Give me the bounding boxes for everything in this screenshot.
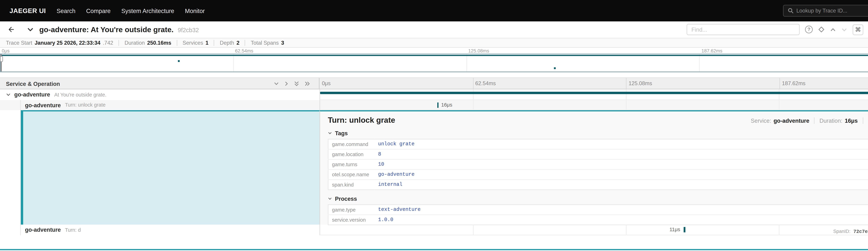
minimap-tick: 62.54ms xyxy=(235,48,253,54)
back-button[interactable] xyxy=(7,26,15,33)
keyboard-shortcuts-button[interactable]: ⌘ xyxy=(852,24,863,35)
diamond-icon[interactable] xyxy=(818,26,825,33)
span-name-cell[interactable]: go-adventure At You're outside grate. xyxy=(0,89,319,100)
tag-row[interactable]: game.turns10 xyxy=(328,159,868,169)
trace-lookup-box xyxy=(783,5,868,17)
service-name: go-adventure xyxy=(25,102,61,108)
timeline-spacer xyxy=(0,235,868,249)
trace-summary-bar: Trace Start January 25 2026, 22:33:34 .7… xyxy=(0,38,868,48)
nav-item-search[interactable]: Search xyxy=(57,7,75,14)
span-track[interactable] xyxy=(319,89,868,100)
bottom-accent-line xyxy=(0,249,868,250)
span-name-cell[interactable]: go-adventure Turn: d xyxy=(0,225,319,235)
operation-name: At You're outside grate. xyxy=(54,92,106,97)
operation-name: Turn: unlock grate xyxy=(65,102,105,108)
collapse-one-chevron-down-icon[interactable] xyxy=(274,81,279,86)
span-color-strip xyxy=(21,110,23,225)
service-operation-header: Service & Operation xyxy=(6,80,60,87)
depth-summary: Depth 2 xyxy=(214,40,245,46)
span-bar[interactable] xyxy=(437,102,438,108)
span-row-root[interactable]: go-adventure At You're outside grate. xyxy=(0,89,868,100)
span-detail-row: Turn: unlock grate Service: go-adventure… xyxy=(0,110,868,225)
span-detail-title: Turn: unlock grate xyxy=(328,116,395,124)
chevron-down-icon xyxy=(328,197,332,201)
service-name: go-adventure xyxy=(14,91,50,98)
minimap-tick: 125.08ms xyxy=(468,48,489,54)
span-track[interactable]: 11μs xyxy=(319,225,868,235)
main-nav: Search Compare System Architecture Monit… xyxy=(57,7,205,14)
tag-row[interactable]: span.kindinternal xyxy=(328,179,868,190)
scrubber-left-grip[interactable] xyxy=(0,56,3,62)
trace-page-header: go-adventure: At You're outside grate.9f… xyxy=(0,21,868,38)
timeline-body: go-adventure At You're outside grate. go… xyxy=(0,89,868,250)
trace-minimap: 0μs 62.54ms 125.08ms 187.62ms 250.16ms xyxy=(0,48,868,73)
trace-start-summary: Trace Start January 25 2026, 22:33:34 .7… xyxy=(6,40,119,46)
expand-one-chevron-right-icon[interactable] xyxy=(284,81,289,86)
next-match-chevron-down-icon[interactable] xyxy=(841,27,847,32)
duration-summary: Duration 250.16ms xyxy=(119,40,177,46)
app-brand[interactable]: JAEGER UI xyxy=(9,7,46,14)
ruler-tick: 187.62ms xyxy=(782,81,805,86)
scrubber-left-handle[interactable] xyxy=(1,54,1,72)
process-row[interactable]: game.typetext-adventure xyxy=(328,204,868,215)
ruler-tick: 62.54ms xyxy=(475,81,496,86)
span-row-unlock-grate[interactable]: go-adventure Turn: unlock grate 16μs xyxy=(0,100,868,110)
nav-item-system-architecture[interactable]: System Architecture xyxy=(121,7,174,14)
timeline-header-left: Service & Operation xyxy=(0,78,319,89)
operation-name: Turn: d xyxy=(65,227,81,233)
nav-item-monitor[interactable]: Monitor xyxy=(185,7,205,14)
total-spans-summary: Total Spans 3 xyxy=(245,40,289,46)
span-name-cell[interactable]: go-adventure Turn: unlock grate xyxy=(0,100,319,110)
tags-table: game.commandunlock grate game.location8 … xyxy=(328,139,868,190)
help-icon[interactable]: ? xyxy=(805,26,813,33)
span-duration-label: 11μs xyxy=(670,226,680,232)
chevron-down-icon xyxy=(328,131,332,135)
span-duration: Duration: 16μs xyxy=(814,117,863,124)
collapse-all-double-chevron-down-icon[interactable] xyxy=(294,80,299,87)
span-overview: Service: go-adventure Duration: 16μs Sta… xyxy=(746,117,868,124)
minimap-tick: 0μs xyxy=(2,48,9,54)
span-bar[interactable] xyxy=(320,92,868,94)
prev-match-chevron-up-icon[interactable] xyxy=(830,27,836,32)
services-summary: Services 1 xyxy=(177,40,214,46)
service-name: go-adventure xyxy=(25,226,61,233)
tag-row[interactable]: game.location8 xyxy=(328,149,868,159)
indent-guide xyxy=(0,225,21,235)
span-row-turn-d[interactable]: go-adventure Turn: d 11μs xyxy=(0,225,868,235)
span-detail-header: Turn: unlock grate Service: go-adventure… xyxy=(328,116,868,124)
span-duration-label: 16μs xyxy=(441,102,452,108)
detail-indent-gutter xyxy=(0,110,21,225)
span-detail-panel: Turn: unlock grate Service: go-adventure… xyxy=(319,110,868,225)
minimap-tick: 187.62ms xyxy=(702,48,722,54)
tag-row[interactable]: game.commandunlock grate xyxy=(328,139,868,149)
tag-row[interactable]: otel.scope.namego-adventure xyxy=(328,169,868,179)
ruler-tick: 0μs xyxy=(322,81,331,86)
indent-guide xyxy=(0,100,21,110)
collapse-controls xyxy=(274,80,311,87)
span-bar[interactable] xyxy=(684,227,685,232)
span-start-time: Start Time: 47.88ms xyxy=(863,117,868,124)
minimap-canvas[interactable] xyxy=(0,54,868,73)
top-navbar: JAEGER UI Search Compare System Architec… xyxy=(0,0,868,21)
collapse-chevron-icon[interactable] xyxy=(6,92,10,97)
trace-title: go-adventure: At You're outside grate.9f… xyxy=(39,25,199,34)
nav-item-compare[interactable]: Compare xyxy=(86,7,111,14)
span-service: Service: go-adventure xyxy=(746,117,814,124)
trace-lookup-input[interactable] xyxy=(796,8,866,14)
detail-left-highlight-pane[interactable] xyxy=(23,110,319,225)
process-accordion-header[interactable]: Process xyxy=(328,195,868,202)
process-row[interactable]: service.version1.0.0 xyxy=(328,215,868,225)
process-accordion-label: Process xyxy=(335,195,357,202)
timeline-header: Service & Operation xyxy=(0,78,868,89)
tags-accordion-header[interactable]: Tags xyxy=(328,130,868,136)
expand-all-double-chevron-right-icon[interactable] xyxy=(304,81,311,86)
ruler-tick: 125.08ms xyxy=(629,81,652,86)
minimap-tick-labels: 0μs 62.54ms 125.08ms 187.62ms 250.16ms xyxy=(0,48,868,54)
span-track[interactable]: 16μs xyxy=(319,100,868,110)
trace-timeline: Service & Operation xyxy=(0,78,868,250)
find-input[interactable] xyxy=(687,24,800,35)
tags-accordion-label: Tags xyxy=(335,130,348,136)
trace-header-collapse-icon[interactable] xyxy=(27,26,34,33)
minimap-viewport-scrubber[interactable] xyxy=(0,54,868,72)
trace-id-short: 9f2cb32 xyxy=(178,27,199,33)
